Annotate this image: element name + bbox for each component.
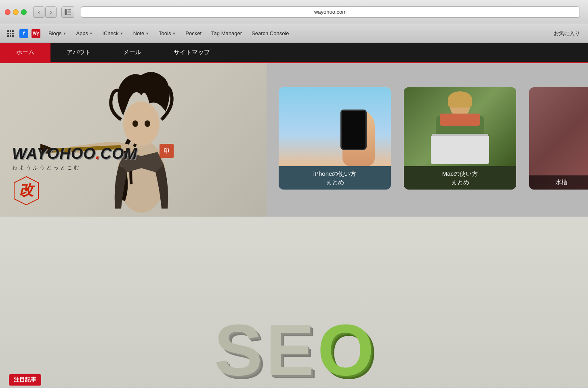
seo-letter-e: E [266, 314, 314, 386]
bookmark-tag-manager[interactable]: Tag Manager [206, 29, 247, 38]
card-mac-footer: Macの使い方 まとめ [404, 166, 516, 190]
bookmark-pocket[interactable]: Pocket [181, 29, 206, 38]
svg-rect-5 [10, 30, 11, 32]
wayohoo-subtitle: わようふうどっとこむ [12, 164, 81, 171]
card-third-footer: 水槽 [529, 175, 588, 190]
featured-badge[interactable]: 注目記事 [9, 374, 41, 386]
favicon-facebook[interactable]: f [19, 29, 28, 38]
seo-letter-o: O [317, 314, 374, 386]
forward-button[interactable]: › [45, 6, 57, 18]
card-mac[interactable]: Macの使い方 まとめ [404, 87, 516, 190]
apps-dropdown-arrow: ▼ [89, 32, 93, 36]
tools-dropdown-arrow: ▼ [172, 32, 176, 36]
svg-point-14 [123, 101, 160, 146]
favorites-label[interactable]: お気に入り [550, 28, 583, 39]
toolbar: f Wy Blogs ▼ Apps ▼ iCheck ▼ Note ▼ Tool… [0, 24, 588, 43]
favicon-wayohoo[interactable]: Wy [32, 29, 40, 38]
blogs-dropdown-arrow: ▼ [63, 32, 67, 36]
grid-apps-icon[interactable] [5, 28, 16, 39]
wayohoo-logo: WAYOHOO.COM わようふうどっとこむ 改 [12, 145, 137, 209]
nav-buttons: ‹ › [33, 6, 57, 18]
url-text: wayohoo.com [314, 9, 346, 15]
card-mac-title2: まとめ [405, 178, 514, 186]
hero-background: 印 WAYOHOO.COM わようふうどっとこむ 改 [0, 63, 267, 225]
icheck-dropdown-arrow: ▼ [120, 32, 124, 36]
seo-letter-s: S [214, 314, 262, 386]
svg-rect-11 [10, 35, 11, 37]
svg-rect-6 [12, 30, 14, 32]
svg-point-16 [132, 120, 138, 127]
svg-rect-7 [7, 33, 9, 34]
svg-rect-1 [67, 9, 71, 11]
kai-badge: 改 [12, 175, 40, 209]
traffic-lights [5, 9, 27, 15]
note-dropdown-arrow: ▼ [145, 32, 149, 36]
svg-rect-0 [65, 9, 67, 15]
card-iphone[interactable]: iPhoneの使い方 まとめ [279, 87, 391, 190]
card-mac-image [404, 87, 516, 166]
site-navigation: ホーム アバウト メール サイトマップ [0, 43, 588, 63]
svg-rect-9 [12, 33, 14, 34]
svg-rect-10 [7, 35, 9, 37]
bookmark-search-console[interactable]: Search Console [247, 29, 294, 38]
back-button[interactable]: ‹ [33, 6, 44, 18]
card-iphone-title2: まとめ [280, 178, 389, 186]
card-mac-title1: Macの使い方 [405, 169, 514, 178]
bookmark-bar: Blogs ▼ Apps ▼ iCheck ▼ Note ▼ Tools ▼ P… [44, 29, 547, 38]
svg-text:印: 印 [164, 148, 169, 154]
bookmark-note[interactable]: Note ▼ [128, 29, 154, 38]
wayohoo-main-text: WAYOHOO.COM [12, 145, 137, 162]
bookmark-blogs[interactable]: Blogs ▼ [44, 29, 71, 38]
bookmark-icheck[interactable]: iCheck ▼ [98, 29, 128, 38]
bookmark-tools[interactable]: Tools ▼ [154, 29, 181, 38]
svg-rect-8 [10, 33, 11, 34]
svg-rect-12 [12, 35, 14, 37]
card-iphone-title1: iPhoneの使い方 [280, 169, 389, 178]
svg-rect-2 [67, 11, 71, 13]
seo-area: 注目記事 S E O [0, 217, 588, 387]
sitenav-mail[interactable]: メール [107, 43, 158, 62]
sitenav-sitemap[interactable]: サイトマップ [158, 43, 226, 62]
titlebar: ‹ › wayohoo.com [0, 0, 588, 24]
address-bar[interactable]: wayohoo.com [81, 6, 580, 18]
sitenav-about[interactable]: アバウト [50, 43, 107, 62]
card-iphone-footer: iPhoneの使い方 まとめ [279, 166, 391, 190]
minimize-button[interactable] [13, 9, 19, 15]
svg-rect-4 [7, 30, 9, 32]
seo-3d-letters: S E O [214, 281, 374, 386]
card-iphone-image [279, 87, 391, 166]
svg-text:改: 改 [19, 181, 36, 198]
card-third[interactable]: 水槽 [529, 87, 588, 190]
svg-rect-3 [67, 14, 71, 15]
main-content: 印 WAYOHOO.COM わようふうどっとこむ 改 [0, 63, 588, 387]
sidebar-toggle-button[interactable] [61, 6, 74, 18]
close-button[interactable] [5, 9, 10, 15]
sitenav-home[interactable]: ホーム [0, 43, 50, 62]
maximize-button[interactable] [21, 9, 27, 15]
bookmark-apps[interactable]: Apps ▼ [71, 29, 98, 38]
svg-point-17 [145, 120, 150, 127]
